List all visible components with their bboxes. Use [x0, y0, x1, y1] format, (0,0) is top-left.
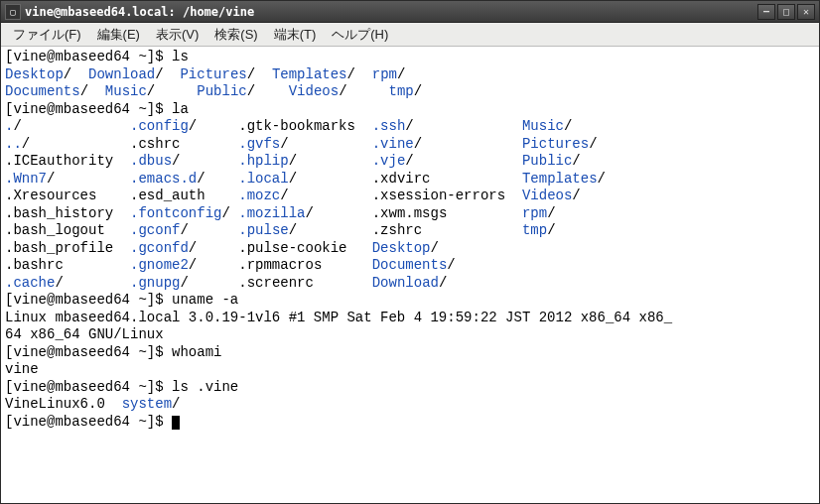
dir: .vine: [372, 136, 414, 152]
file: .pulse-cookie: [238, 240, 346, 256]
cursor: [172, 416, 180, 430]
dir: Download: [88, 66, 155, 82]
window-controls: — □ ✕: [757, 4, 815, 20]
file: .bash_history: [5, 205, 113, 221]
dir: Pictures: [522, 136, 589, 152]
dir: .cache: [5, 275, 55, 291]
file: .screenrc: [238, 275, 314, 291]
cmd-whoami: whoami: [172, 344, 221, 360]
dir: .fontconfig: [130, 205, 221, 221]
file: .rpmmacros: [238, 257, 322, 273]
dir: Videos: [289, 83, 339, 99]
dir: Desktop: [372, 240, 431, 256]
dir: .gnupg: [130, 275, 180, 291]
cmd-uname: uname -a: [172, 292, 238, 308]
dir: .mozc: [238, 188, 280, 203]
cmd-la: la: [172, 101, 189, 117]
terminal-window: ▢ vine@mbaseed64.local: /home/vine — □ ✕…: [0, 0, 820, 504]
dir: ..: [5, 136, 22, 152]
app-icon: ▢: [5, 4, 21, 20]
dir: Music: [522, 118, 564, 134]
dir: Videos: [522, 188, 572, 203]
window-title: vine@mbaseed64.local: /home/vine: [25, 5, 757, 19]
dir: Documents: [372, 257, 448, 273]
prompt: [vine@mbaseed64 ~]$: [5, 414, 172, 430]
cmd-lsvine: ls .vine: [172, 379, 238, 395]
file: .xdvirc: [372, 171, 431, 187]
prompt: [vine@mbaseed64 ~]$: [5, 49, 172, 64]
menu-search[interactable]: 検索(S): [206, 24, 265, 46]
dir: .gconfd: [130, 240, 189, 256]
dir: .gconf: [130, 222, 180, 238]
file: .ICEauthority: [5, 153, 113, 169]
file: .esd_auth: [130, 188, 205, 203]
dir: Templates: [522, 171, 598, 187]
dir: Download: [372, 275, 439, 291]
terminal-output[interactable]: [vine@mbaseed64 ~]$ ls Desktop/ Download…: [1, 47, 819, 503]
dir: Documents: [5, 83, 80, 99]
dir: rpm: [372, 66, 397, 82]
dir: .Wnn7: [5, 171, 47, 187]
close-button[interactable]: ✕: [797, 4, 815, 20]
file: .bash_logout: [5, 222, 105, 238]
prompt: [vine@mbaseed64 ~]$: [5, 379, 172, 395]
menu-file[interactable]: ファイル(F): [5, 24, 89, 46]
lsvine-file: VineLinux6.0: [5, 396, 122, 412]
prompt: [vine@mbaseed64 ~]$: [5, 101, 172, 117]
dir: .local: [238, 171, 288, 187]
file: .xwm.msgs: [372, 205, 448, 221]
file: .Xresources: [5, 188, 96, 203]
file: .zshrc: [372, 222, 422, 238]
dir: .ssh: [372, 118, 406, 134]
menu-terminal[interactable]: 端末(T): [266, 24, 325, 46]
dir: .hplip: [238, 153, 288, 169]
menu-view[interactable]: 表示(V): [148, 24, 206, 46]
dir: Pictures: [180, 66, 246, 82]
dir: Templates: [272, 66, 347, 82]
dir: .vje: [372, 153, 406, 169]
titlebar: ▢ vine@mbaseed64.local: /home/vine — □ ✕: [1, 1, 819, 23]
file: .xsession-errors: [372, 188, 505, 203]
dir: .pulse: [238, 222, 288, 238]
file: .gtk-bookmarks: [238, 118, 355, 134]
dir: Desktop: [5, 66, 64, 82]
minimize-button[interactable]: —: [757, 4, 775, 20]
dir: Public: [197, 83, 246, 99]
dir: Music: [105, 83, 147, 99]
file: .cshrc: [130, 136, 180, 152]
whoami-output: vine: [5, 361, 39, 377]
dir: Public: [522, 153, 572, 169]
cmd-ls: ls: [172, 49, 189, 64]
dir: .config: [130, 118, 189, 134]
dir: .emacs.d: [130, 171, 197, 187]
dir: rpm: [522, 205, 547, 221]
file: .bash_profile: [5, 240, 113, 256]
uname-output: Linux mbaseed64.local 3.0.19-1vl6 #1 SMP…: [5, 310, 672, 343]
dir: system: [122, 396, 172, 412]
menu-edit[interactable]: 編集(E): [89, 24, 148, 46]
menubar: ファイル(F) 編集(E) 表示(V) 検索(S) 端末(T) ヘルプ(H): [1, 23, 819, 47]
dir: .mozilla: [238, 205, 305, 221]
prompt: [vine@mbaseed64 ~]$: [5, 344, 172, 360]
menu-help[interactable]: ヘルプ(H): [324, 24, 396, 46]
prompt: [vine@mbaseed64 ~]$: [5, 292, 172, 308]
dir: tmp: [522, 222, 547, 238]
dir: .gvfs: [238, 136, 280, 152]
maximize-button[interactable]: □: [777, 4, 795, 20]
dir: .: [5, 118, 13, 134]
dir: .gnome2: [130, 257, 189, 273]
file: .bashrc: [5, 257, 64, 273]
dir: .dbus: [130, 153, 172, 169]
dir: tmp: [389, 83, 414, 99]
